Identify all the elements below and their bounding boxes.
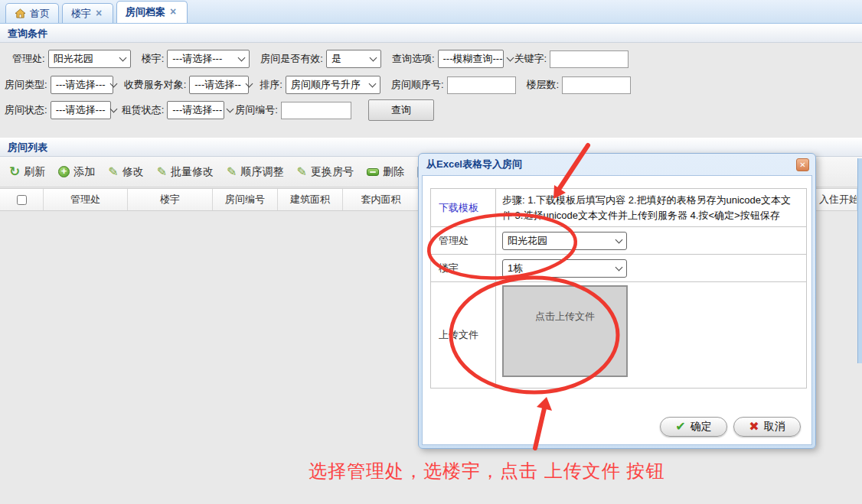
chevron-down-icon	[507, 54, 514, 62]
column-header[interactable]: 管理处	[44, 189, 128, 210]
room-status-select-value: ---请选择---	[56, 103, 106, 117]
steps-text: 步骤: 1.下载模板后填写内容 2.把填好的表格另存为unicode文本文件 3…	[496, 189, 806, 226]
chevron-down-icon	[615, 263, 623, 271]
room-status-label: 房间状态:	[5, 103, 47, 117]
toolbar-label: 刷新	[24, 165, 45, 179]
chevron-down-icon	[109, 80, 117, 88]
room-status-select[interactable]: ---请选择---	[51, 101, 111, 119]
toolbar-label: 修改	[122, 165, 144, 179]
cancel-button-label: 取消	[764, 420, 785, 434]
dialog-building-select[interactable]: 1栋	[502, 259, 627, 278]
column-header[interactable]: 楼宇	[128, 189, 213, 210]
close-icon[interactable]	[169, 8, 178, 17]
charge-target-select[interactable]: ---请选择--	[189, 76, 249, 94]
dialog-body: 下载模板 步骤: 1.下载模板后填写内容 2.把填好的表格另存为unicode文…	[422, 175, 812, 445]
room-type-select-value: ---请选择---	[56, 78, 106, 92]
query-panel-title: 查询条件	[0, 24, 862, 43]
building-select[interactable]: ---请选择---	[167, 50, 250, 68]
dialog-building-select-value: 1栋	[508, 262, 523, 275]
upload-file-button[interactable]: 点击上传文件	[502, 285, 628, 377]
tab-room-archive[interactable]: 房间档案	[116, 1, 188, 23]
chevron-down-icon	[368, 80, 376, 88]
column-header[interactable]: 房间编号	[213, 189, 278, 210]
order-adjust-button[interactable]: 顺序调整	[227, 165, 283, 179]
room-no-label: 房间编号:	[235, 103, 278, 117]
tab-buildings[interactable]: 楼宇	[62, 3, 113, 23]
grid-header-checkbox-cell	[0, 189, 44, 210]
floors-label: 楼层数:	[527, 78, 560, 92]
valid-select[interactable]: 是	[326, 50, 381, 68]
ok-button[interactable]: 确定	[660, 417, 727, 437]
download-template-link[interactable]: 下载模板	[439, 201, 478, 215]
room-seq-input[interactable]	[447, 76, 516, 94]
chevron-down-icon	[245, 80, 253, 88]
mgmt-select[interactable]: 阳光花园	[48, 50, 131, 68]
toolbar-label: 更换房号	[311, 165, 354, 179]
pencil-icon	[157, 166, 167, 177]
rent-status-label: 租赁状态:	[122, 103, 165, 117]
dialog-form-table: 下载模板 步骤: 1.下载模板后填写内容 2.把填好的表格另存为unicode文…	[430, 188, 807, 389]
dialog-title[interactable]: 从Excel表格导入房间	[419, 154, 815, 175]
ok-button-label: 确定	[691, 420, 712, 434]
refresh-button[interactable]: 刷新	[9, 165, 45, 179]
dialog-buttons: 确定 取消	[660, 417, 801, 437]
building-label: 楼宇:	[142, 52, 165, 66]
query-row-1: 管理处: 阳光花园 楼宇: ---请选择--- 房间是否有效: 是 查询选项: …	[12, 49, 629, 69]
keyword-input[interactable]	[550, 50, 629, 68]
charge-target-select-value: ---请选择--	[194, 78, 241, 92]
tab-home[interactable]: 首页	[5, 3, 59, 23]
column-header[interactable]: 套内面积	[343, 189, 420, 210]
close-icon[interactable]	[796, 158, 809, 171]
annotation-text: 选择管理处，选楼宇，点击 上传文件 按钮	[309, 459, 664, 483]
mgmt-label: 管理处:	[12, 52, 45, 66]
sort-select-value: 房间顺序号升序	[291, 78, 361, 92]
pencil-icon	[108, 166, 118, 177]
add-icon	[58, 166, 70, 177]
mgmt-select-value: 阳光花园	[54, 52, 93, 66]
chevron-down-icon	[238, 54, 246, 62]
toolbar-label: 顺序调整	[240, 165, 283, 179]
check-icon	[675, 421, 685, 432]
valid-label: 房间是否有效:	[260, 52, 323, 66]
toolbar-label: 批量修改	[171, 165, 214, 179]
tab-label: 楼宇	[71, 7, 91, 21]
valid-select-value: 是	[331, 52, 341, 66]
room-no-input[interactable]	[281, 102, 351, 119]
batch-edit-button[interactable]: 批量修改	[157, 165, 214, 179]
building-select-value: ---请选择---	[172, 52, 222, 66]
toolbar-label: 删除	[383, 165, 404, 179]
option-select-value: ---模糊查询---	[443, 52, 503, 66]
close-icon[interactable]	[95, 9, 104, 18]
template-row: 下载模板 步骤: 1.下载模板后填写内容 2.把填好的表格另存为unicode文…	[431, 189, 806, 227]
delete-icon	[367, 168, 379, 176]
tab-bar: 首页 楼宇 房间档案	[0, 0, 862, 24]
search-button[interactable]: 查询	[368, 99, 434, 121]
dialog-mgmt-select[interactable]: 阳光花园	[502, 232, 627, 250]
grid-scrollbar[interactable]	[857, 158, 862, 363]
import-excel-dialog: 从Excel表格导入房间 下载模板 步骤: 1.下载模板后填写内容 2.把填好的…	[418, 153, 816, 449]
column-header[interactable]: 入住开始	[818, 189, 857, 210]
edit-button[interactable]: 修改	[108, 165, 143, 179]
upload-label: 上传文件	[431, 282, 496, 388]
charge-target-label: 收费服务对象:	[124, 78, 187, 92]
sort-select[interactable]: 房间顺序号升序	[286, 76, 380, 94]
option-label: 查询选项:	[392, 52, 435, 66]
select-all-checkbox[interactable]	[17, 195, 27, 205]
home-icon	[15, 8, 26, 18]
column-header[interactable]: 建筑面积	[278, 189, 343, 210]
chevron-down-icon	[615, 236, 623, 243]
floors-input[interactable]	[562, 76, 631, 94]
option-select[interactable]: ---模糊查询---	[438, 50, 504, 68]
chevron-down-icon	[119, 54, 126, 62]
query-row-2: 房间类型: ---请选择--- 收费服务对象: ---请选择-- 排序: 房间顺…	[5, 75, 631, 95]
cancel-button[interactable]: 取消	[733, 417, 801, 437]
rent-status-select[interactable]: ---请选择---	[167, 101, 224, 119]
delete-button[interactable]: 删除	[367, 165, 404, 179]
tab-label: 房间档案	[126, 5, 165, 19]
change-room-no-button[interactable]: 更换房号	[296, 165, 353, 179]
chevron-down-icon	[227, 106, 234, 113]
add-button[interactable]: 添加	[58, 165, 95, 179]
room-type-select[interactable]: ---请选择---	[51, 76, 113, 94]
sort-label: 排序:	[260, 78, 282, 92]
upload-row: 上传文件 点击上传文件	[431, 282, 806, 388]
